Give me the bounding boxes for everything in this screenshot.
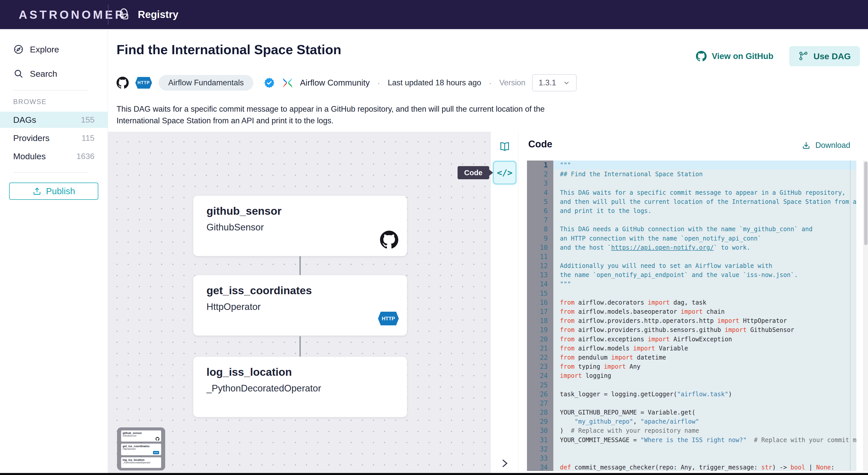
code-scrollbar[interactable] [863,161,868,471]
sidebar-item-dags[interactable]: DAGs 155 [0,112,108,128]
download-button[interactable]: Download [802,141,850,150]
sidebar-item-label: Explore [30,44,59,55]
code-line: 31YOUR_COMMIT_MESSAGE = "Where is the IS… [527,436,868,445]
line-number: 31 [527,436,553,445]
chevron-down-icon [563,79,570,86]
readme-tab-button[interactable] [499,141,511,153]
collapse-panel-button[interactable] [498,457,511,470]
line-number: 23 [527,362,553,371]
line-number: 1 [527,161,553,170]
code-line: 11 [527,252,868,261]
sidebar-item-providers[interactable]: Providers 115 [0,130,108,146]
code-tab-button[interactable]: </> [493,161,516,184]
code-line: 25 [527,380,868,390]
product-name: Registry [138,9,178,20]
dag-graph-canvas[interactable]: github_sensor GithubSensor get_iss_coord… [108,132,491,473]
navbar-divider [108,5,108,25]
line-number: 15 [527,289,553,298]
line-number: 27 [527,399,553,408]
code-line: 26task_logger = logging.getLogger("airfl… [527,390,868,399]
search-icon [13,68,24,79]
code-tooltip: Code [458,166,489,179]
operator-name: GithubSensor [207,222,264,233]
minimap-node: github_sensor GithubSensor [121,431,161,442]
meta-separator: · [488,78,493,88]
line-number: 17 [527,307,553,316]
dag-meta-row: HTTP Airflow Fundamentals Airflow Commun… [117,74,577,91]
page-title: Find the International Space Station [117,42,341,57]
task-id: github_sensor [207,205,281,217]
download-label: Download [815,141,850,150]
browse-item-count: 115 [82,133,94,143]
astronomer-logo[interactable]: ASTRONOMER [19,0,126,29]
dag-node-github-sensor[interactable]: github_sensor GithubSensor [193,196,407,256]
line-number: 9 [527,234,553,243]
code-line: 4This DAG waits for a specific commit me… [527,188,868,197]
browse-item-label: Providers [13,133,50,143]
line-number: 13 [527,270,553,279]
browse-heading: BROWSE [13,98,46,106]
sidebar-item-explore[interactable]: Explore [0,42,108,57]
code-line: 7 [527,215,868,225]
line-number: 20 [527,335,553,344]
dag-node-get-iss-coordinates[interactable]: get_iss_coordinates HttpOperator HTTP [193,275,407,336]
dag-node-log-iss-location[interactable]: log_iss_location _PythonDecoratedOperato… [193,357,407,417]
line-number: 29 [527,417,553,426]
sidebar-item-search[interactable]: Search [0,67,108,81]
sidebar-item-modules[interactable]: Modules 1636 [0,148,108,164]
code-line: 33 [527,454,868,463]
github-source-icon [117,77,129,89]
dag-description: This DAG waits for a specific commit mes… [117,103,545,127]
code-line: 21from airflow.models import Variable [527,344,868,353]
sidebar-divider [13,172,88,173]
line-number: 25 [527,380,553,390]
scrollbar-thumb[interactable] [864,162,867,245]
operator-name: HttpOperator [207,302,261,312]
code-line: 1""" [527,161,868,170]
git-branch-icon [798,51,808,61]
browse-item-label: DAGs [13,115,36,125]
line-number: 10 [527,243,553,252]
browse-item-count: 155 [81,115,94,125]
code-panel-title: Code [528,139,552,150]
code-line: 32 [527,445,868,454]
upload-icon [32,186,41,196]
code-line: 12Additionally you will need to set an A… [527,261,868,270]
minimap[interactable]: github_sensor GithubSensor get_iss_coord… [117,428,165,470]
version-dropdown[interactable]: 1.3.1 [532,74,577,92]
github-icon [696,51,707,62]
code-line: 30) # Replace with your repository name [527,426,868,435]
http-provider-badge: HTTP [135,77,152,89]
code-line: 6and print it to the logs. [527,206,868,215]
github-icon [156,437,159,441]
code-tooltip-label: Code [464,169,483,177]
publish-label: Publish [46,186,75,196]
use-dag-button[interactable]: Use DAG [789,46,860,66]
browse-item-label: Modules [13,151,46,161]
code-line: 20from airflow.exceptions import Airflow… [527,335,868,344]
line-number: 26 [527,390,553,399]
code-line: 22from pendulum import datetime [527,353,868,362]
code-line: 8This DAG needs a GitHub connection with… [527,225,868,234]
registry-home-link[interactable]: Registry [117,0,178,29]
line-number: 11 [527,252,553,261]
code-line: 14""" [527,279,868,289]
category-tag[interactable]: Airflow Fundamentals [159,75,253,91]
line-number: 24 [527,371,553,380]
code-viewer[interactable]: 1"""2## Find the International Space Sta… [527,161,868,471]
line-number: 6 [527,206,553,215]
panel-toolstrip: </> [491,132,518,473]
publish-button[interactable]: Publish [9,182,98,200]
line-number: 28 [527,408,553,417]
code-panel: Code Download 1"""2## Find the Internati… [519,132,868,473]
verified-badge-icon [264,77,275,89]
window-bottom-edge [0,473,868,475]
sidebar-divider [13,90,88,91]
sidebar: Explore Search BROWSE DAGs 155 Providers… [0,29,108,475]
registry-icon [117,7,132,22]
line-number: 33 [527,454,553,463]
author-name[interactable]: Airflow Community [300,78,370,88]
view-on-github-link[interactable]: View on GitHub [696,51,773,62]
minimap-node: get_iss_coordinates HttpOperator HTTP [121,444,161,455]
meta-separator: · [376,78,381,88]
